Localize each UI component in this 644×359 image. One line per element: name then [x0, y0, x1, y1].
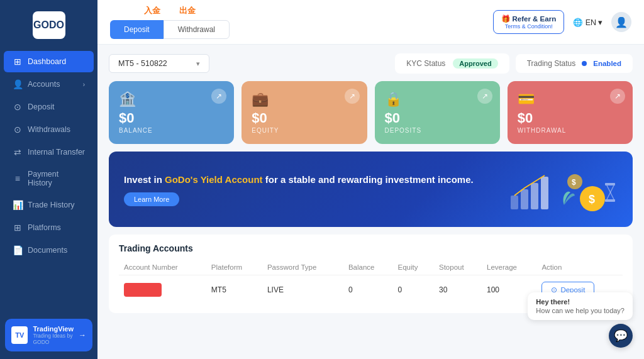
trade-history-icon: 📊	[13, 200, 23, 210]
table-cell-equity: 0	[392, 275, 434, 305]
deposit-tab-button[interactable]: Deposit	[110, 20, 164, 39]
chat-button[interactable]: 💬	[609, 324, 633, 348]
trading-view-title: TradingView	[33, 325, 74, 333]
lang-label: 🌐 EN	[573, 18, 596, 27]
stat-card-arrow-balance[interactable]: ↗	[211, 89, 226, 104]
withdrawal-label-chinese: 出金	[179, 5, 196, 16]
svg-rect-8	[605, 183, 615, 185]
topbar-right: 🎁 Refer & Earn Terms & Condition! 🌐 EN ▾…	[493, 10, 631, 34]
stat-card-arrow-equity[interactable]: ↗	[345, 89, 360, 104]
svg-rect-1	[521, 189, 528, 209]
stat-card-arrow-deposits[interactable]: ↗	[477, 89, 492, 104]
sidebar-item-trade-history[interactable]: 📊 Trade History	[4, 194, 94, 216]
sidebar-logo: GODO	[0, 0, 97, 48]
table-cell-balance: 0	[343, 275, 393, 305]
stat-card-amount-equity: $0	[252, 111, 357, 125]
stat-card-arrow-withdrawal[interactable]: ↗	[610, 89, 625, 104]
table-cell-stopout: 30	[434, 275, 482, 305]
topbar: 入金 出金 Deposit Withdrawal 🎁 Refer & Earn …	[97, 0, 644, 45]
banner-text-highlight: GoDo's Yield Account	[165, 174, 263, 185]
stat-card-label-equity: EQUITY	[252, 127, 357, 134]
chat-icon: 💬	[614, 329, 628, 343]
trading-accounts-title: Trading Accounts	[119, 243, 623, 253]
stat-card-equity: ↗ 💼 $0 EQUITY	[242, 81, 367, 144]
sidebar-item-dashboard[interactable]: ⊞ Dashboard	[4, 51, 94, 72]
kyc-value-badge: Approved	[453, 58, 497, 69]
trading-status-label: Trading Status	[527, 59, 576, 68]
balance-icon: 🏦	[119, 91, 224, 108]
sidebar-item-payment-history[interactable]: ≡ Payment History	[4, 164, 94, 193]
banner-title: Invest in GoDo's Yield Account for a sta…	[124, 173, 504, 186]
svg-text:$: $	[589, 193, 595, 206]
nav-arrow-icon: ›	[83, 81, 85, 88]
refer-earn-button[interactable]: 🎁 Refer & Earn Terms & Condition!	[493, 10, 564, 34]
sidebar-item-label: Platforms	[28, 223, 61, 232]
sidebar-item-label: Accounts	[28, 80, 60, 89]
chat-bubble-title: Hey there!	[536, 298, 625, 306]
banner-text: Invest in GoDo's Yield Account for a sta…	[124, 173, 504, 206]
account-select-value: MT5 - 510822	[118, 59, 167, 68]
lang-arrow-icon: ▾	[598, 18, 602, 27]
internal-transfer-icon: ⇄	[13, 147, 23, 157]
refer-earn-subtitle: Terms & Condition!	[505, 23, 553, 30]
sidebar-item-deposit[interactable]: ⊙ Deposit	[4, 96, 94, 118]
stat-cards: ↗ 🏦 $0 BALANCE ↗ 💼 $0 EQUITY ↗ 🔒 $0 DEPO…	[109, 81, 633, 144]
chat-bubble: Hey there! How can we help you today?	[528, 292, 633, 320]
stat-card-amount-withdrawal: $0	[518, 111, 623, 125]
stat-card-label-withdrawal: WITHDRAWAL	[518, 127, 623, 134]
stat-card-deposits: ↗ 🔒 $0 DEPOSITS	[375, 81, 500, 144]
trading-view-text: TradingView Trading Ideas by GODO	[33, 325, 74, 345]
table-column-header: Password Type	[262, 260, 343, 275]
withdrawal-tab-button[interactable]: Withdrawal	[164, 20, 230, 39]
table-column-header: Equity	[392, 260, 434, 275]
sidebar-item-label: Payment History	[28, 170, 85, 187]
chat-widget: Hey there! How can we help you today? 💬	[528, 292, 633, 348]
sidebar-item-withdrawals[interactable]: ⊙ Withdrawals	[4, 119, 94, 140]
refer-earn-label: 🎁 Refer & Earn	[501, 14, 556, 23]
table-header: Account NumberPlateformPassword TypeBala…	[119, 260, 623, 275]
kyc-status-box: KYC Status Approved	[395, 53, 509, 74]
deposit-icon: ⊙	[13, 102, 23, 112]
table-column-header: Stopout	[434, 260, 482, 275]
trading-view-subtitle: Trading Ideas by GODO	[33, 333, 74, 345]
table-column-header: Plateform	[206, 260, 262, 275]
table-cell-account-number	[119, 275, 206, 305]
equity-icon: 💼	[252, 91, 357, 108]
withdrawal-icon: 💳	[518, 91, 623, 108]
platforms-icon: ⊞	[13, 223, 23, 233]
sidebar-item-internal-transfer[interactable]: ⇄ Internal Transfer	[4, 141, 94, 163]
stat-card-label-deposits: DEPOSITS	[385, 127, 490, 134]
deposit-label-chinese: 入金	[144, 5, 160, 16]
learn-more-button[interactable]: Learn More	[124, 192, 179, 206]
sidebar-nav: ⊞ Dashboard 👤 Accounts › ⊙ Deposit ⊙ Wit…	[0, 48, 97, 312]
trading-view-logo: TV	[11, 326, 28, 344]
banner-illustration: $ $	[504, 164, 618, 214]
sidebar-item-label: Documents	[28, 246, 67, 255]
banner-text-suffix: for a stable and rewarding investment in…	[263, 174, 474, 185]
invest-banner: Invest in GoDo's Yield Account for a sta…	[109, 152, 633, 227]
sidebar-item-label: Deposit	[28, 102, 54, 111]
account-select[interactable]: MT5 - 510822 ▾	[109, 54, 209, 73]
user-avatar[interactable]: 👤	[611, 12, 631, 32]
stat-card-withdrawal: ↗ 💳 $0 WITHDRAWAL	[508, 81, 633, 144]
deposits-icon: 🔒	[385, 91, 490, 108]
documents-icon: 📄	[13, 245, 23, 255]
table-cell-platform: MT5	[206, 275, 262, 305]
sidebar-item-label: Internal Transfer	[28, 148, 85, 157]
trading-view-button[interactable]: TV TradingView Trading Ideas by GODO →	[5, 319, 92, 351]
deposit-withdrawal-tabs: 入金 出金 Deposit Withdrawal	[110, 5, 230, 39]
sidebar-item-accounts[interactable]: 👤 Accounts ›	[4, 74, 94, 95]
sidebar-item-documents[interactable]: 📄 Documents	[4, 240, 94, 261]
withdrawals-icon: ⊙	[13, 124, 23, 135]
account-select-arrow-icon: ▾	[196, 60, 200, 68]
svg-rect-3	[541, 177, 548, 209]
table-column-header: Action	[536, 260, 623, 275]
accounts-icon: 👤	[13, 79, 23, 89]
svg-rect-0	[511, 196, 518, 209]
logo: GODO	[33, 11, 65, 39]
tab-buttons: Deposit Withdrawal	[110, 20, 230, 39]
svg-rect-2	[531, 183, 538, 209]
sidebar-item-platforms[interactable]: ⊞ Platforms	[4, 217, 94, 238]
language-selector[interactable]: 🌐 EN ▾	[573, 18, 602, 27]
dashboard-icon: ⊞	[13, 57, 23, 67]
